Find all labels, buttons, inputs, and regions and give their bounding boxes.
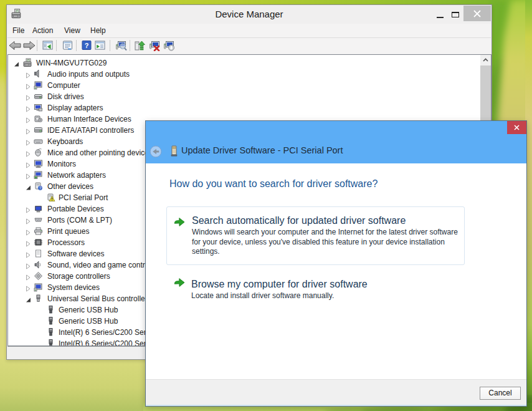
- svg-text:?: ?: [39, 186, 42, 190]
- svg-text:?: ?: [85, 42, 89, 49]
